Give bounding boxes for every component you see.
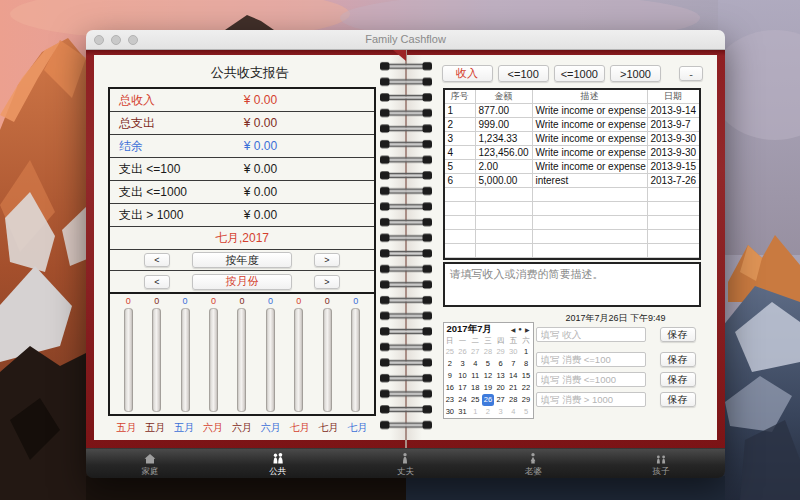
calendar-next-icon[interactable]: ▶ xyxy=(525,326,530,333)
table-cell[interactable]: Write income or expense b... xyxy=(533,160,648,174)
calendar-day[interactable]: 30 xyxy=(444,406,457,418)
next-month-button[interactable]: > xyxy=(314,275,340,289)
table-cell[interactable]: 2013-9-15 xyxy=(648,160,699,174)
table-cell[interactable]: Write income or expense b... xyxy=(533,118,648,132)
calendar-day[interactable]: 4 xyxy=(507,406,520,418)
table-cell[interactable]: Write income or expense b... xyxy=(533,104,648,118)
calendar-day[interactable]: 20 xyxy=(494,382,507,394)
income-input[interactable] xyxy=(536,327,646,342)
table-cell[interactable]: 5 xyxy=(445,160,476,174)
calendar-day[interactable]: 24 xyxy=(456,394,469,406)
by-year-button[interactable]: 按年度 xyxy=(192,252,292,268)
filter-le1000-button[interactable]: <=1000 xyxy=(554,65,605,82)
calendar-day[interactable]: 25 xyxy=(469,394,482,406)
expense-le1000-input[interactable] xyxy=(536,372,646,387)
table-cell[interactable]: 2013-7-26 xyxy=(648,174,699,188)
tab-husband[interactable]: 丈夫 xyxy=(342,449,470,478)
save-expense-le1000-button[interactable]: 保存 xyxy=(660,372,696,387)
calendar-day[interactable]: 12 xyxy=(482,370,495,382)
calendar-day[interactable]: 15 xyxy=(520,370,533,382)
table-cell[interactable]: 6 xyxy=(445,174,476,188)
table-cell[interactable]: Write income or expense b... xyxy=(533,132,648,146)
tab-children[interactable]: 孩子 xyxy=(597,449,725,478)
calendar-day[interactable]: 23 xyxy=(444,394,457,406)
filter-income-button[interactable]: 收入 xyxy=(442,65,493,82)
table-cell[interactable]: 1,234.33 xyxy=(476,132,533,146)
table-cell[interactable]: 2 xyxy=(445,118,476,132)
calendar-day[interactable]: 22 xyxy=(520,382,533,394)
by-month-button[interactable]: 按月份 xyxy=(192,274,292,290)
calendar-day[interactable]: 1 xyxy=(469,406,482,418)
calendar-day[interactable]: 7 xyxy=(507,358,520,370)
calendar-day[interactable]: 25 xyxy=(444,346,457,358)
entries-table[interactable]: 序号 金额 描述 日期 1 877.00 Write income or exp… xyxy=(443,88,701,260)
calendar-day[interactable]: 5 xyxy=(482,358,495,370)
calendar-prev-icon[interactable]: ◀ xyxy=(511,326,516,333)
calendar-day[interactable]: 9 xyxy=(444,370,457,382)
table-cell[interactable]: 3 xyxy=(445,132,476,146)
calendar-today-icon[interactable]: ● xyxy=(518,326,522,333)
report-row-expense-over-1000: 支出 > 1000 ¥ 0.00 xyxy=(110,204,374,227)
table-cell[interactable]: 2013-9-30 xyxy=(648,146,699,160)
window-titlebar[interactable]: Family Cashflow xyxy=(86,30,725,50)
table-cell[interactable]: 2013-9-14 xyxy=(648,104,699,118)
calendar-day[interactable]: 19 xyxy=(482,382,495,394)
table-cell[interactable]: 4 xyxy=(445,146,476,160)
save-expense-gt1000-button[interactable]: 保存 xyxy=(660,392,696,407)
calendar-day[interactable]: 4 xyxy=(469,358,482,370)
calendar-day[interactable]: 14 xyxy=(507,370,520,382)
calendar-day[interactable]: 11 xyxy=(469,370,482,382)
calendar-day[interactable]: 27 xyxy=(494,394,507,406)
calendar-day[interactable]: 8 xyxy=(520,358,533,370)
tab-public[interactable]: 公共 xyxy=(214,449,342,478)
calendar-week: 303112345 xyxy=(444,406,533,418)
next-year-button[interactable]: > xyxy=(314,253,340,267)
calendar-day[interactable]: 2 xyxy=(444,358,457,370)
calendar-day-selected[interactable]: 26 xyxy=(482,394,495,406)
prev-year-button[interactable]: < xyxy=(144,253,170,267)
calendar-day[interactable]: 5 xyxy=(520,406,533,418)
date-picker[interactable]: 2017年7月 ◀ ● ▶ 日一二三四五六 2526272829301 xyxy=(443,322,534,419)
expense-gt1000-input[interactable] xyxy=(536,392,646,407)
calendar-day[interactable]: 13 xyxy=(494,370,507,382)
calendar-day[interactable]: 2 xyxy=(482,406,495,418)
calendar-day[interactable]: 27 xyxy=(469,346,482,358)
tab-family[interactable]: 家庭 xyxy=(86,449,214,478)
calendar-day[interactable]: 28 xyxy=(482,346,495,358)
save-income-button[interactable]: 保存 xyxy=(660,327,696,342)
description-textarea[interactable]: 请填写收入或消费的简要描述。 xyxy=(443,262,701,307)
table-cell[interactable]: 999.00 xyxy=(476,118,533,132)
table-cell[interactable]: 1 xyxy=(445,104,476,118)
calendar-day[interactable]: 1 xyxy=(520,346,533,358)
table-cell[interactable]: 123,456.00 xyxy=(476,146,533,160)
table-cell[interactable]: 2.00 xyxy=(476,160,533,174)
table-cell[interactable]: 2013-9-7 xyxy=(648,118,699,132)
calendar-day[interactable]: 10 xyxy=(456,370,469,382)
remove-row-button[interactable]: - xyxy=(679,66,703,81)
calendar-day[interactable]: 16 xyxy=(444,382,457,394)
calendar-day[interactable]: 31 xyxy=(456,406,469,418)
calendar-day[interactable]: 21 xyxy=(507,382,520,394)
calendar-day[interactable]: 29 xyxy=(494,346,507,358)
calendar-day[interactable]: 29 xyxy=(520,394,533,406)
calendar-day[interactable]: 3 xyxy=(456,358,469,370)
prev-month-button[interactable]: < xyxy=(144,275,170,289)
calendar-day[interactable]: 30 xyxy=(507,346,520,358)
table-cell[interactable]: 2013-9-30 xyxy=(648,132,699,146)
tab-wife[interactable]: 老婆 xyxy=(469,449,597,478)
table-cell[interactable]: 877.00 xyxy=(476,104,533,118)
table-cell[interactable]: interest xyxy=(533,174,648,188)
filter-le100-button[interactable]: <=100 xyxy=(498,65,549,82)
calendar-day[interactable]: 3 xyxy=(494,406,507,418)
report-row-expense-1000: 支出 <=1000 ¥ 0.00 xyxy=(110,181,374,204)
calendar-day[interactable]: 18 xyxy=(469,382,482,394)
calendar-day[interactable]: 28 xyxy=(507,394,520,406)
calendar-day[interactable]: 17 xyxy=(456,382,469,394)
table-cell[interactable]: Write income or expense b... xyxy=(533,146,648,160)
calendar-day[interactable]: 6 xyxy=(494,358,507,370)
table-cell[interactable]: 5,000.00 xyxy=(476,174,533,188)
calendar-day[interactable]: 26 xyxy=(456,346,469,358)
filter-gt1000-button[interactable]: >1000 xyxy=(610,65,661,82)
expense-le100-input[interactable] xyxy=(536,352,646,367)
save-expense-le100-button[interactable]: 保存 xyxy=(660,352,696,367)
